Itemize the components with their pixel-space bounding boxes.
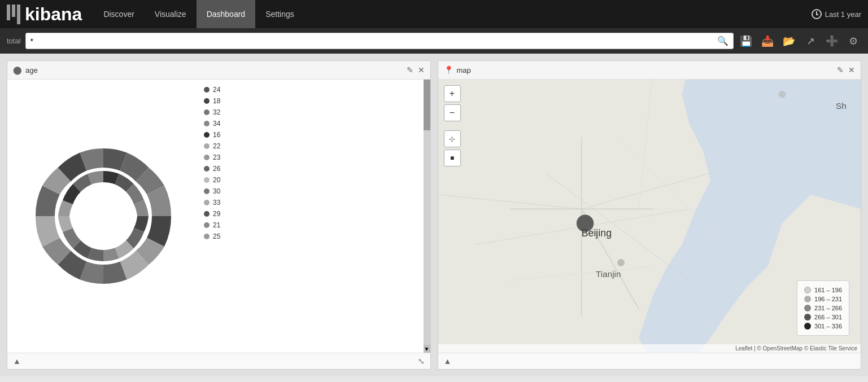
map-legend-dot-4 <box>804 314 811 320</box>
legend-dot-30 <box>204 188 210 194</box>
stop-button[interactable]: ■ <box>444 150 461 166</box>
logo-bar-3 <box>17 5 20 24</box>
search-bar: total 🔍 💾 📥 📂 ↗ ➕ ⚙ <box>0 28 868 54</box>
logo-text: kibana <box>25 4 82 25</box>
download-icon[interactable]: 📥 <box>760 33 775 49</box>
main-content: ⬤ age ✎ ✕ <box>0 54 868 376</box>
legend-scroll-arrow-down[interactable]: ▼ <box>424 345 430 353</box>
logo-bars <box>7 5 20 24</box>
map-legend-label-2: 196 – 231 <box>814 296 842 302</box>
map-panel-body: Beijing Tianjin Sh + − ⊹ ■ <box>438 80 861 353</box>
map-edit-button[interactable]: ✎ <box>837 65 844 74</box>
nav-settings[interactable]: Settings <box>255 0 304 28</box>
legend-item-21: 21 <box>202 219 422 231</box>
svg-point-19 <box>778 91 786 98</box>
age-panel: ⬤ age ✎ ✕ <box>7 60 431 370</box>
legend-dot-34 <box>204 121 210 126</box>
clock-icon <box>812 9 822 19</box>
nav-right: Last 1 year <box>812 9 861 19</box>
legend-label-34: 34 <box>213 120 220 128</box>
legend-dot-18 <box>204 98 210 104</box>
age-close-button[interactable]: ✕ <box>418 65 425 74</box>
legend-item-18: 18 <box>202 95 422 107</box>
map-legend-dot-3 <box>804 305 811 311</box>
top-nav: kibana Discover Visualize Dashboard Sett… <box>0 0 868 28</box>
legend-label-33: 33 <box>213 199 220 207</box>
map-panel-footer: ▲ <box>438 353 861 369</box>
svg-point-18 <box>617 259 625 266</box>
zoom-in-button[interactable]: + <box>444 85 461 102</box>
legend-item-25: 25 <box>202 231 422 242</box>
legend-label-21: 21 <box>213 221 220 229</box>
save-icon[interactable]: 💾 <box>738 33 754 49</box>
svg-text:Sh: Sh <box>836 101 847 111</box>
map-legend-label-1: 161 – 196 <box>814 287 842 293</box>
legend-dot-23 <box>204 155 210 160</box>
legend-item-20: 20 <box>202 174 422 186</box>
legend-scrollbar[interactable]: ▼ <box>424 80 430 353</box>
nav-items: Discover Visualize Dashboard Settings <box>93 0 811 28</box>
legend-dot-26 <box>204 166 210 172</box>
share-icon[interactable]: ↗ <box>802 33 818 49</box>
toolbar-icons: 💾 📥 📂 ↗ ➕ ⚙ <box>738 33 861 49</box>
gear-icon[interactable]: ⚙ <box>845 33 861 49</box>
pie-chart-icon: ⬤ <box>13 65 22 74</box>
map-legend-label-5: 301 – 336 <box>814 323 842 330</box>
age-panel-body: › 24 18 32 <box>7 80 430 353</box>
search-input[interactable] <box>30 37 717 46</box>
legend-scrollbar-thumb[interactable] <box>424 80 430 130</box>
nav-visualize[interactable]: Visualize <box>145 0 197 28</box>
nav-discover[interactable]: Discover <box>93 0 144 28</box>
map-panel-title: map <box>457 66 834 74</box>
age-footer-up-button[interactable]: ▲ <box>13 357 21 366</box>
legend-label-22: 22 <box>213 142 220 150</box>
svg-point-0 <box>72 185 134 247</box>
legend-dot-33 <box>204 200 210 205</box>
svg-text:Tianjin: Tianjin <box>596 269 621 279</box>
age-panel-title: age <box>25 66 403 74</box>
map-legend-item-2: 196 – 231 <box>804 295 842 304</box>
legend-dot-29 <box>204 211 210 217</box>
legend-area: 24 18 32 34 <box>199 80 430 247</box>
legend-dot-20 <box>204 177 210 183</box>
map-legend-dot-5 <box>804 323 811 330</box>
legend-item-29: 29 <box>202 208 422 219</box>
logo-area: kibana <box>7 4 82 25</box>
map-controls: + − ⊹ ■ <box>444 85 461 166</box>
legend-dot-24 <box>204 87 210 93</box>
legend-label-32: 32 <box>213 108 220 116</box>
age-footer-resize-button[interactable]: ⤡ <box>418 357 425 366</box>
legend-dot-32 <box>204 109 210 115</box>
zoom-out-button[interactable]: − <box>444 104 461 121</box>
map-marker-icon: 📍 <box>444 65 453 74</box>
map-legend-item-4: 266 – 301 <box>804 313 842 322</box>
map-legend-label-3: 231 – 266 <box>814 305 842 311</box>
time-label[interactable]: Last 1 year <box>825 10 861 19</box>
crop-button[interactable]: ⊹ <box>444 130 461 147</box>
search-button[interactable]: 🔍 <box>717 36 729 46</box>
age-panel-footer: ▲ ⤡ <box>7 353 430 369</box>
pie-chart-area <box>7 80 199 353</box>
map-legend-dot-1 <box>804 287 811 293</box>
logo-bar-1 <box>7 5 10 20</box>
legend-item-30: 30 <box>202 186 422 197</box>
legend-label-23: 23 <box>213 153 220 161</box>
open-folder-icon[interactable]: 📂 <box>781 33 797 49</box>
legend-item-32: 32 <box>202 107 422 118</box>
map-legend-label-4: 266 – 301 <box>814 314 842 320</box>
map-close-button[interactable]: ✕ <box>848 65 855 74</box>
legend-item-33: 33 <box>202 197 422 208</box>
legend-label-24: 24 <box>213 86 220 94</box>
legend-item-34: 34 <box>202 118 422 129</box>
add-icon[interactable]: ➕ <box>824 33 840 49</box>
legend-label-26: 26 <box>213 165 220 173</box>
map-legend: 161 – 196 196 – 231 231 – 266 266 – 301 … <box>797 280 849 336</box>
map-legend-dot-2 <box>804 296 811 302</box>
age-edit-button[interactable]: ✎ <box>407 65 413 74</box>
map-panel-actions: ✎ ✕ <box>837 65 855 74</box>
logo-bar-2 <box>12 5 15 17</box>
search-label: total <box>7 37 21 45</box>
legend-dot-22 <box>204 143 210 149</box>
nav-dashboard[interactable]: Dashboard <box>197 0 256 28</box>
map-footer-up-button[interactable]: ▲ <box>444 357 452 366</box>
